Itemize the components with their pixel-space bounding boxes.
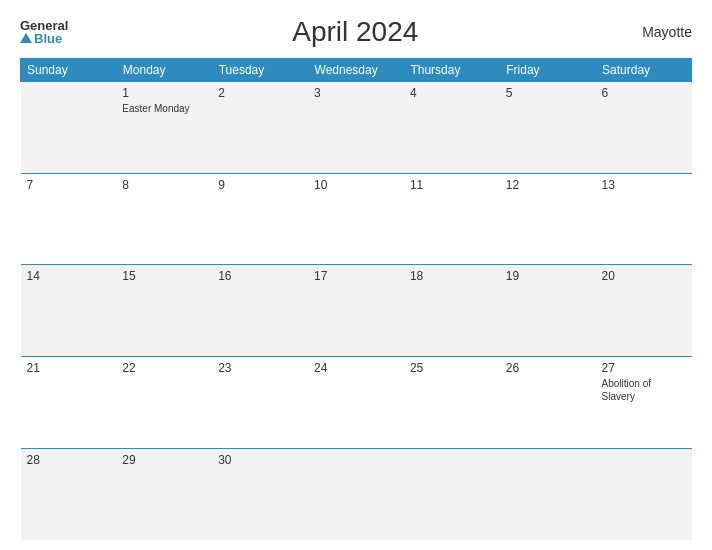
calendar-cell: 13 bbox=[596, 173, 692, 265]
day-number: 11 bbox=[410, 178, 494, 192]
calendar-cell bbox=[500, 448, 596, 540]
calendar-cell: 16 bbox=[212, 265, 308, 357]
calendar-cell bbox=[308, 448, 404, 540]
day-number: 26 bbox=[506, 361, 590, 375]
day-number: 24 bbox=[314, 361, 398, 375]
calendar-cell: 25 bbox=[404, 357, 500, 449]
header-wednesday: Wednesday bbox=[308, 59, 404, 82]
weekday-header-row: Sunday Monday Tuesday Wednesday Thursday… bbox=[21, 59, 692, 82]
day-number: 28 bbox=[27, 453, 111, 467]
logo-triangle-icon bbox=[20, 33, 32, 43]
day-number: 13 bbox=[602, 178, 686, 192]
calendar-cell: 4 bbox=[404, 82, 500, 174]
calendar-week-row: 14151617181920 bbox=[21, 265, 692, 357]
calendar-cell: 15 bbox=[116, 265, 212, 357]
day-number: 5 bbox=[506, 86, 590, 100]
day-number: 8 bbox=[122, 178, 206, 192]
calendar-cell: 21 bbox=[21, 357, 117, 449]
calendar-cell: 11 bbox=[404, 173, 500, 265]
logo-blue-text: Blue bbox=[20, 32, 68, 45]
calendar-week-row: 21222324252627Abolition of Slavery bbox=[21, 357, 692, 449]
day-number: 16 bbox=[218, 269, 302, 283]
day-number: 21 bbox=[27, 361, 111, 375]
day-number: 9 bbox=[218, 178, 302, 192]
day-number: 10 bbox=[314, 178, 398, 192]
day-number: 29 bbox=[122, 453, 206, 467]
day-number: 20 bbox=[602, 269, 686, 283]
calendar-title: April 2024 bbox=[292, 16, 418, 48]
calendar-cell bbox=[404, 448, 500, 540]
calendar-cell: 2 bbox=[212, 82, 308, 174]
event-label: Easter Monday bbox=[122, 102, 206, 115]
calendar-week-row: 282930 bbox=[21, 448, 692, 540]
calendar-cell: 3 bbox=[308, 82, 404, 174]
header-tuesday: Tuesday bbox=[212, 59, 308, 82]
day-number: 14 bbox=[27, 269, 111, 283]
day-number: 15 bbox=[122, 269, 206, 283]
calendar-cell: 5 bbox=[500, 82, 596, 174]
calendar-cell: 10 bbox=[308, 173, 404, 265]
day-number: 12 bbox=[506, 178, 590, 192]
calendar-table: Sunday Monday Tuesday Wednesday Thursday… bbox=[20, 58, 692, 540]
day-number: 25 bbox=[410, 361, 494, 375]
calendar-page: General Blue April 2024 Mayotte Sunday M… bbox=[0, 0, 712, 550]
logo: General Blue bbox=[20, 19, 68, 45]
day-number: 2 bbox=[218, 86, 302, 100]
day-number: 18 bbox=[410, 269, 494, 283]
day-number: 30 bbox=[218, 453, 302, 467]
calendar-cell: 9 bbox=[212, 173, 308, 265]
header-sunday: Sunday bbox=[21, 59, 117, 82]
calendar-cell bbox=[21, 82, 117, 174]
calendar-cell: 26 bbox=[500, 357, 596, 449]
calendar-cell: 30 bbox=[212, 448, 308, 540]
calendar-cell: 8 bbox=[116, 173, 212, 265]
day-number: 22 bbox=[122, 361, 206, 375]
header-monday: Monday bbox=[116, 59, 212, 82]
calendar-cell: 22 bbox=[116, 357, 212, 449]
event-label: Abolition of Slavery bbox=[602, 377, 686, 403]
day-number: 3 bbox=[314, 86, 398, 100]
day-number: 23 bbox=[218, 361, 302, 375]
header: General Blue April 2024 Mayotte bbox=[20, 16, 692, 48]
day-number: 6 bbox=[602, 86, 686, 100]
calendar-cell: 7 bbox=[21, 173, 117, 265]
day-number: 1 bbox=[122, 86, 206, 100]
calendar-cell: 20 bbox=[596, 265, 692, 357]
calendar-cell: 28 bbox=[21, 448, 117, 540]
calendar-cell: 6 bbox=[596, 82, 692, 174]
calendar-cell: 29 bbox=[116, 448, 212, 540]
day-number: 17 bbox=[314, 269, 398, 283]
header-thursday: Thursday bbox=[404, 59, 500, 82]
calendar-week-row: 1Easter Monday23456 bbox=[21, 82, 692, 174]
calendar-cell: 24 bbox=[308, 357, 404, 449]
calendar-cell: 1Easter Monday bbox=[116, 82, 212, 174]
calendar-cell: 14 bbox=[21, 265, 117, 357]
day-number: 27 bbox=[602, 361, 686, 375]
calendar-cell: 23 bbox=[212, 357, 308, 449]
day-number: 4 bbox=[410, 86, 494, 100]
header-saturday: Saturday bbox=[596, 59, 692, 82]
calendar-week-row: 78910111213 bbox=[21, 173, 692, 265]
day-number: 19 bbox=[506, 269, 590, 283]
calendar-cell: 12 bbox=[500, 173, 596, 265]
header-friday: Friday bbox=[500, 59, 596, 82]
calendar-cell: 27Abolition of Slavery bbox=[596, 357, 692, 449]
calendar-cell: 18 bbox=[404, 265, 500, 357]
calendar-cell bbox=[596, 448, 692, 540]
calendar-cell: 19 bbox=[500, 265, 596, 357]
calendar-cell: 17 bbox=[308, 265, 404, 357]
region-label: Mayotte bbox=[642, 24, 692, 40]
day-number: 7 bbox=[27, 178, 111, 192]
